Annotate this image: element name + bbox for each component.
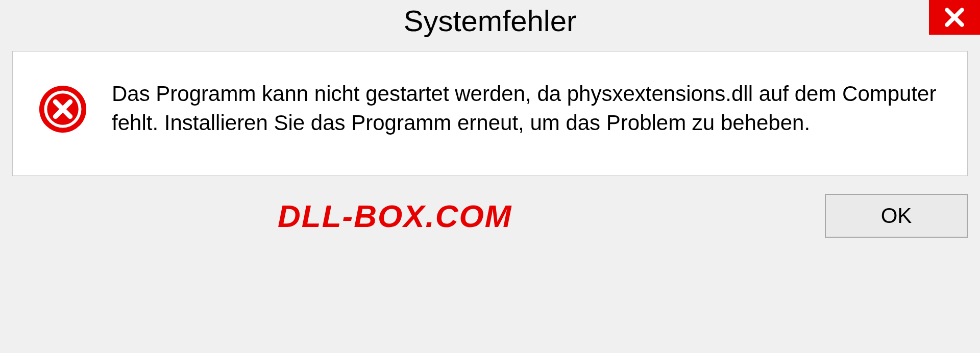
close-icon <box>943 6 966 29</box>
watermark-text: DLL-BOX.COM <box>278 198 512 234</box>
error-icon <box>38 85 87 134</box>
close-button[interactable] <box>929 0 980 35</box>
dialog-title: Systemfehler <box>404 4 576 38</box>
footer: DLL-BOX.COM OK <box>0 176 980 238</box>
content-panel: Das Programm kann nicht gestartet werden… <box>12 51 968 176</box>
error-message: Das Programm kann nicht gestartet werden… <box>112 80 942 137</box>
titlebar: Systemfehler <box>0 0 980 41</box>
ok-button[interactable]: OK <box>825 194 968 238</box>
